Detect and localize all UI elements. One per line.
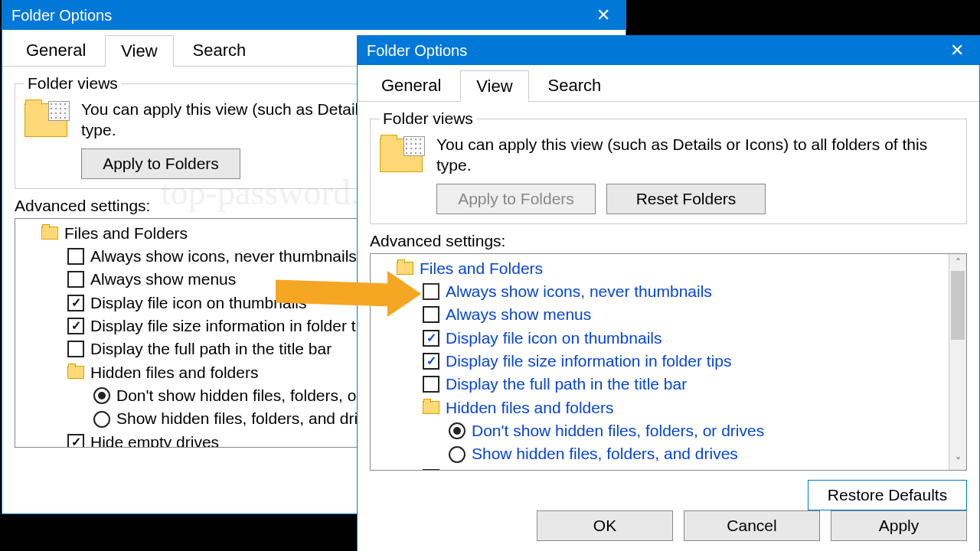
checkbox[interactable]: ✓	[423, 330, 439, 347]
scroll-down-icon[interactable]: ˅	[949, 453, 966, 470]
checkbox[interactable]: ✓	[423, 469, 439, 471]
reset-folders-button[interactable]: Reset Folders	[606, 184, 766, 214]
tab-general[interactable]: General	[10, 34, 102, 66]
folder-views-legend: Folder views	[24, 74, 121, 93]
folder-views-legend: Folder views	[380, 109, 476, 128]
checkbox[interactable]: ✓	[67, 434, 84, 448]
checkbox[interactable]	[423, 306, 439, 323]
tab-view[interactable]: View	[460, 70, 528, 102]
checkbox[interactable]: ✓	[423, 353, 439, 370]
folder-views-group: Folder views You can apply this view (su…	[370, 109, 967, 224]
radio[interactable]	[449, 422, 466, 439]
titlebar: Folder Options ✕	[2, 1, 626, 30]
checkbox[interactable]	[67, 248, 84, 265]
checkbox[interactable]	[67, 271, 84, 288]
tab-general[interactable]: General	[365, 70, 457, 101]
checkbox[interactable]: ✓	[67, 318, 84, 334]
folder-options-window-front: Folder Options ✕ General View Search Fol…	[357, 35, 980, 551]
radio[interactable]	[93, 387, 110, 404]
scroll-up-icon[interactable]: ˄	[949, 254, 966, 271]
radio[interactable]	[93, 411, 110, 428]
checkbox[interactable]	[423, 376, 439, 393]
close-icon[interactable]: ✕	[590, 5, 616, 25]
ok-button[interactable]: OK	[537, 510, 673, 541]
folder-icon	[397, 262, 413, 275]
advanced-settings-tree[interactable]: ˄ ˅ Files and Folders Always show icons,…	[370, 253, 967, 471]
apply-to-folders-button[interactable]: Apply to Folders	[436, 184, 596, 214]
cancel-button[interactable]: Cancel	[684, 510, 820, 541]
folder-icon	[41, 227, 58, 240]
folder-icon	[423, 401, 439, 414]
checkbox[interactable]	[67, 341, 84, 357]
scrollbar-thumb[interactable]	[951, 271, 965, 340]
checkbox[interactable]: ✓	[67, 295, 84, 311]
scrollbar[interactable]: ˄ ˅	[949, 254, 966, 470]
advanced-settings-label: Advanced settings:	[370, 232, 967, 250]
apply-button[interactable]: Apply	[831, 510, 967, 541]
close-icon[interactable]: ✕	[944, 41, 970, 60]
folder-icon	[24, 103, 67, 137]
radio[interactable]	[449, 446, 466, 463]
apply-to-folders-button[interactable]: Apply to Folders	[81, 148, 240, 179]
tab-view[interactable]: View	[105, 35, 173, 67]
tabs: General View Search	[358, 65, 979, 102]
folder-views-text: You can apply this view (such as Details…	[436, 134, 957, 176]
tab-search[interactable]: Search	[532, 70, 618, 101]
window-title: Folder Options	[367, 42, 467, 60]
checkbox[interactable]	[423, 283, 439, 300]
folder-icon	[380, 139, 423, 172]
window-title: Folder Options	[11, 7, 112, 24]
titlebar: Folder Options ✕	[358, 36, 979, 65]
tab-search[interactable]: Search	[177, 34, 263, 66]
folder-icon	[67, 366, 84, 379]
